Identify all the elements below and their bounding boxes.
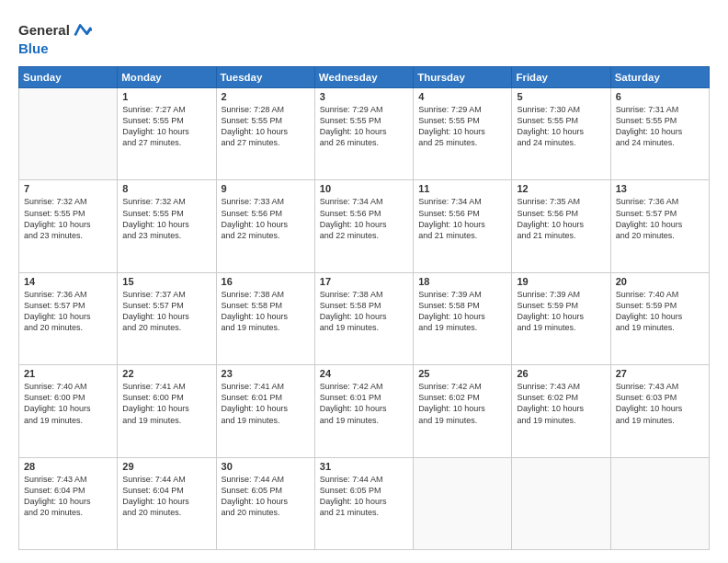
day-cell bbox=[610, 457, 709, 549]
day-info: Sunrise: 7:43 AM Sunset: 6:02 PM Dayligh… bbox=[517, 381, 605, 426]
week-row-4: 21Sunrise: 7:40 AM Sunset: 6:00 PM Dayli… bbox=[19, 365, 710, 457]
day-number: 31 bbox=[320, 461, 408, 472]
week-row-1: 1Sunrise: 7:27 AM Sunset: 5:55 PM Daylig… bbox=[19, 88, 710, 180]
day-cell: 8Sunrise: 7:32 AM Sunset: 5:55 PM Daylig… bbox=[118, 180, 216, 272]
logo-icon bbox=[72, 20, 92, 40]
weekday-header-tuesday: Tuesday bbox=[216, 67, 314, 88]
day-cell: 1Sunrise: 7:27 AM Sunset: 5:55 PM Daylig… bbox=[118, 88, 216, 180]
day-info: Sunrise: 7:42 AM Sunset: 6:01 PM Dayligh… bbox=[320, 381, 408, 426]
day-number: 2 bbox=[222, 91, 310, 102]
day-cell: 11Sunrise: 7:34 AM Sunset: 5:56 PM Dayli… bbox=[414, 180, 512, 272]
day-number: 22 bbox=[122, 368, 210, 379]
day-info: Sunrise: 7:36 AM Sunset: 5:57 PM Dayligh… bbox=[24, 289, 112, 334]
day-cell: 5Sunrise: 7:30 AM Sunset: 5:55 PM Daylig… bbox=[512, 88, 610, 180]
day-cell: 18Sunrise: 7:39 AM Sunset: 5:58 PM Dayli… bbox=[414, 272, 512, 364]
day-cell: 27Sunrise: 7:43 AM Sunset: 6:03 PM Dayli… bbox=[610, 365, 709, 457]
calendar-table: SundayMondayTuesdayWednesdayThursdayFrid… bbox=[18, 66, 710, 550]
day-number: 7 bbox=[24, 183, 112, 194]
day-info: Sunrise: 7:40 AM Sunset: 5:59 PM Dayligh… bbox=[616, 289, 704, 334]
day-number: 12 bbox=[517, 183, 605, 194]
day-number: 30 bbox=[222, 461, 310, 472]
day-cell: 30Sunrise: 7:44 AM Sunset: 6:05 PM Dayli… bbox=[216, 457, 314, 549]
day-info: Sunrise: 7:38 AM Sunset: 5:58 PM Dayligh… bbox=[222, 289, 310, 334]
day-cell: 29Sunrise: 7:44 AM Sunset: 6:04 PM Dayli… bbox=[118, 457, 216, 549]
day-cell: 6Sunrise: 7:31 AM Sunset: 5:55 PM Daylig… bbox=[610, 88, 709, 180]
day-number: 23 bbox=[222, 368, 310, 379]
day-cell: 26Sunrise: 7:43 AM Sunset: 6:02 PM Dayli… bbox=[512, 365, 610, 457]
week-row-5: 28Sunrise: 7:43 AM Sunset: 6:04 PM Dayli… bbox=[19, 457, 710, 549]
day-info: Sunrise: 7:39 AM Sunset: 5:58 PM Dayligh… bbox=[418, 289, 506, 334]
day-number: 19 bbox=[517, 276, 605, 287]
day-info: Sunrise: 7:44 AM Sunset: 6:04 PM Dayligh… bbox=[122, 474, 210, 519]
weekday-header-friday: Friday bbox=[512, 67, 610, 88]
day-number: 21 bbox=[24, 368, 112, 379]
day-cell: 15Sunrise: 7:37 AM Sunset: 5:57 PM Dayli… bbox=[118, 272, 216, 364]
day-info: Sunrise: 7:43 AM Sunset: 6:03 PM Dayligh… bbox=[616, 381, 704, 426]
day-number: 17 bbox=[320, 276, 408, 287]
logo-text-general: General bbox=[18, 23, 70, 39]
weekday-header-wednesday: Wednesday bbox=[314, 67, 413, 88]
day-info: Sunrise: 7:44 AM Sunset: 6:05 PM Dayligh… bbox=[320, 474, 408, 519]
day-cell: 17Sunrise: 7:38 AM Sunset: 5:58 PM Dayli… bbox=[314, 272, 413, 364]
day-info: Sunrise: 7:38 AM Sunset: 5:58 PM Dayligh… bbox=[320, 289, 408, 334]
day-cell: 10Sunrise: 7:34 AM Sunset: 5:56 PM Dayli… bbox=[314, 180, 413, 272]
day-cell: 13Sunrise: 7:36 AM Sunset: 5:57 PM Dayli… bbox=[610, 180, 709, 272]
day-cell bbox=[19, 88, 118, 180]
day-info: Sunrise: 7:44 AM Sunset: 6:05 PM Dayligh… bbox=[222, 474, 310, 519]
day-number: 9 bbox=[222, 183, 310, 194]
day-cell: 20Sunrise: 7:40 AM Sunset: 5:59 PM Dayli… bbox=[610, 272, 709, 364]
day-cell: 16Sunrise: 7:38 AM Sunset: 5:58 PM Dayli… bbox=[216, 272, 314, 364]
day-cell: 2Sunrise: 7:28 AM Sunset: 5:55 PM Daylig… bbox=[216, 88, 314, 180]
day-cell bbox=[414, 457, 512, 549]
day-info: Sunrise: 7:27 AM Sunset: 5:55 PM Dayligh… bbox=[122, 104, 210, 149]
day-info: Sunrise: 7:29 AM Sunset: 5:55 PM Dayligh… bbox=[320, 104, 408, 149]
day-info: Sunrise: 7:41 AM Sunset: 6:00 PM Dayligh… bbox=[122, 381, 210, 426]
day-info: Sunrise: 7:30 AM Sunset: 5:55 PM Dayligh… bbox=[517, 104, 605, 149]
day-number: 4 bbox=[418, 91, 506, 102]
day-number: 3 bbox=[320, 91, 408, 102]
day-cell: 7Sunrise: 7:32 AM Sunset: 5:55 PM Daylig… bbox=[19, 180, 118, 272]
day-number: 18 bbox=[418, 276, 506, 287]
day-number: 14 bbox=[24, 276, 112, 287]
header: General Blue bbox=[18, 17, 710, 57]
day-number: 26 bbox=[517, 368, 605, 379]
day-cell: 12Sunrise: 7:35 AM Sunset: 5:56 PM Dayli… bbox=[512, 180, 610, 272]
day-info: Sunrise: 7:29 AM Sunset: 5:55 PM Dayligh… bbox=[418, 104, 506, 149]
day-info: Sunrise: 7:33 AM Sunset: 5:56 PM Dayligh… bbox=[222, 196, 310, 241]
day-cell: 31Sunrise: 7:44 AM Sunset: 6:05 PM Dayli… bbox=[314, 457, 413, 549]
day-info: Sunrise: 7:41 AM Sunset: 6:01 PM Dayligh… bbox=[222, 381, 310, 426]
logo: General Blue bbox=[18, 20, 92, 57]
day-info: Sunrise: 7:43 AM Sunset: 6:04 PM Dayligh… bbox=[24, 474, 112, 519]
logo-text-blue: Blue bbox=[18, 40, 49, 56]
day-number: 8 bbox=[122, 183, 210, 194]
day-number: 11 bbox=[418, 183, 506, 194]
day-cell: 24Sunrise: 7:42 AM Sunset: 6:01 PM Dayli… bbox=[314, 365, 413, 457]
day-number: 16 bbox=[222, 276, 310, 287]
day-number: 5 bbox=[517, 91, 605, 102]
day-number: 15 bbox=[122, 276, 210, 287]
day-number: 13 bbox=[616, 183, 704, 194]
day-number: 24 bbox=[320, 368, 408, 379]
calendar-page: General Blue SundayMondayTuesdayWednesda… bbox=[0, 0, 728, 563]
day-cell bbox=[512, 457, 610, 549]
day-number: 29 bbox=[122, 461, 210, 472]
day-info: Sunrise: 7:28 AM Sunset: 5:55 PM Dayligh… bbox=[222, 104, 310, 149]
day-info: Sunrise: 7:31 AM Sunset: 5:55 PM Dayligh… bbox=[616, 104, 704, 149]
day-number: 28 bbox=[24, 461, 112, 472]
day-number: 27 bbox=[616, 368, 704, 379]
weekday-header-monday: Monday bbox=[118, 67, 216, 88]
day-number: 25 bbox=[418, 368, 506, 379]
day-cell: 23Sunrise: 7:41 AM Sunset: 6:01 PM Dayli… bbox=[216, 365, 314, 457]
day-info: Sunrise: 7:34 AM Sunset: 5:56 PM Dayligh… bbox=[320, 196, 408, 241]
day-info: Sunrise: 7:36 AM Sunset: 5:57 PM Dayligh… bbox=[616, 196, 704, 241]
day-cell: 22Sunrise: 7:41 AM Sunset: 6:00 PM Dayli… bbox=[118, 365, 216, 457]
day-number: 10 bbox=[320, 183, 408, 194]
day-number: 1 bbox=[122, 91, 210, 102]
weekday-header-sunday: Sunday bbox=[19, 67, 118, 88]
week-row-2: 7Sunrise: 7:32 AM Sunset: 5:55 PM Daylig… bbox=[19, 180, 710, 272]
day-number: 6 bbox=[616, 91, 704, 102]
day-cell: 28Sunrise: 7:43 AM Sunset: 6:04 PM Dayli… bbox=[19, 457, 118, 549]
day-info: Sunrise: 7:39 AM Sunset: 5:59 PM Dayligh… bbox=[517, 289, 605, 334]
day-cell: 19Sunrise: 7:39 AM Sunset: 5:59 PM Dayli… bbox=[512, 272, 610, 364]
weekday-header-row: SundayMondayTuesdayWednesdayThursdayFrid… bbox=[19, 67, 710, 88]
